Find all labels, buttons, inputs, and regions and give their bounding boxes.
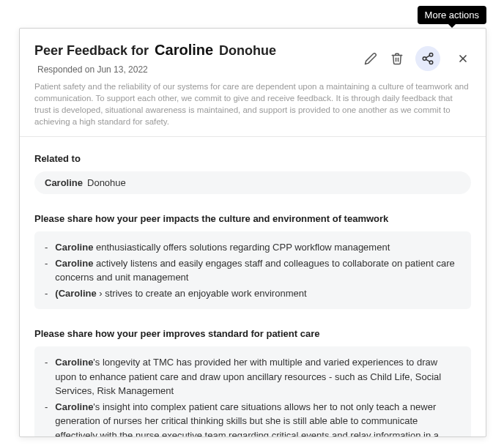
title-last-name: Donohue [219, 43, 276, 59]
feedback-panel: Peer Feedback for Caroline Donohue Respo… [19, 28, 486, 437]
list-item: - (Caroline › strives to create an enjoy… [45, 286, 461, 301]
share-icon [421, 52, 434, 65]
bullet-text: Caroline enthusiastically offers solutio… [55, 240, 461, 255]
bullet-text: (Caroline › strives to create an enjoyab… [55, 286, 461, 301]
question-1-answer: - Caroline enthusiastically offers solut… [34, 231, 471, 309]
dash-icon: - [45, 256, 48, 285]
related-to-section: Related to CarolineDonohue [34, 153, 471, 194]
page-title: Peer Feedback for Caroline Donohue Respo… [34, 42, 357, 75]
question-2-answer: - Caroline's longevity at TMC has provid… [34, 346, 471, 437]
pencil-icon [364, 52, 377, 65]
dash-icon: - [45, 286, 48, 301]
related-to-pill: CarolineDonohue [34, 171, 471, 194]
responded-date: Responded on Jun 13, 2022 [37, 64, 148, 75]
close-icon [457, 53, 469, 64]
more-actions-tooltip: More actions [418, 6, 486, 24]
svg-line-4 [426, 55, 429, 57]
delete-button[interactable] [389, 51, 405, 67]
header-description: Patient safety and the reliability of ou… [34, 81, 471, 127]
action-icons [363, 46, 471, 71]
close-button[interactable] [455, 51, 471, 67]
share-button[interactable] [415, 46, 440, 71]
question-1-section: Please share how your peer impacts the c… [34, 213, 471, 309]
related-to-label: Related to [34, 153, 471, 164]
bullet-text: Caroline's longevity at TMC has provided… [55, 355, 461, 398]
bullet-text: Caroline actively listens and easily eng… [55, 256, 461, 285]
edit-button[interactable] [363, 51, 379, 67]
panel-body: Related to CarolineDonohue Please share … [20, 137, 486, 437]
svg-line-3 [426, 59, 429, 62]
trash-icon [390, 52, 404, 65]
list-item: - Caroline's longevity at TMC has provid… [45, 355, 461, 398]
list-item: - Caroline actively listens and easily e… [45, 256, 461, 285]
question-2-section: Please share how your peer improves stan… [34, 328, 471, 437]
related-to-last-name: Donohue [87, 177, 126, 188]
list-item: - Caroline's insight into complex patien… [45, 400, 461, 437]
title-first-name: Caroline [155, 42, 213, 59]
bullet-text: Caroline's insight into complex patient … [55, 400, 461, 437]
panel-header: Peer Feedback for Caroline Donohue Respo… [20, 29, 486, 137]
header-row: Peer Feedback for Caroline Donohue Respo… [34, 42, 471, 75]
question-1-label: Please share how your peer impacts the c… [34, 213, 471, 224]
title-prefix: Peer Feedback for [34, 43, 149, 59]
dash-icon: - [45, 355, 48, 398]
question-2-label: Please share how your peer improves stan… [34, 328, 471, 339]
dash-icon: - [45, 400, 48, 437]
list-item: - Caroline enthusiastically offers solut… [45, 240, 461, 255]
dash-icon: - [45, 240, 48, 255]
related-to-first-name: Caroline [45, 177, 83, 188]
